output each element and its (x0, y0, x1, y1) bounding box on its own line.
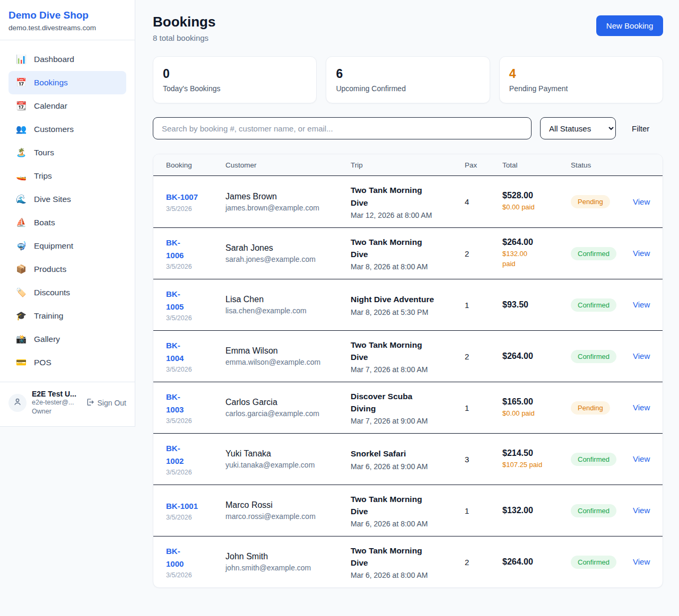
view-link[interactable]: View (633, 197, 650, 206)
sidebar-item-gallery[interactable]: 📸 Gallery (8, 328, 126, 351)
stat-card-pending-payment: 4 Pending Payment (499, 56, 663, 103)
trip-name: Two Tank Morning Dive (351, 184, 437, 209)
tag-icon: 🏷️ (16, 287, 27, 297)
view-link[interactable]: View (633, 454, 650, 463)
brand-name: Demo Dive Shop (8, 9, 126, 22)
sidebar-item-label: Equipment (34, 241, 73, 251)
sidebar-item-dashboard[interactable]: 📊 Dashboard (8, 48, 126, 71)
stat-value: 6 (336, 67, 480, 81)
sidebar-item-equipment[interactable]: 🤿 Equipment (8, 234, 126, 258)
customer-email: sarah.jones@example.com (225, 255, 351, 263)
sidebar-item-label: Products (34, 265, 66, 274)
status-cell: Pending (571, 401, 633, 415)
total-amount: $264.00 (502, 351, 571, 361)
booking-id-link[interactable]: BK- 1003 (166, 391, 184, 416)
sidebar-item-trips[interactable]: 🚤 Trips (8, 164, 126, 188)
trip-cell: Two Tank Morning Dive Mar 6, 2026 at 8:0… (351, 493, 465, 529)
sidebar-item-bookings[interactable]: 📅 Bookings (8, 71, 126, 94)
view-link[interactable]: View (633, 506, 650, 515)
column-header-customer: Customer (225, 161, 351, 169)
sidebar-item-dive-sites[interactable]: 🌊 Dive Sites (8, 188, 126, 211)
table-row: BK-1001 3/5/2026 Marco Rossi marco.rossi… (153, 485, 663, 536)
sidebar-item-tours[interactable]: 🏝️ Tours (8, 141, 126, 164)
sidebar-item-calendar[interactable]: 📆 Calendar (8, 94, 126, 118)
view-link[interactable]: View (633, 300, 650, 309)
trip-time: Mar 6, 2026 at 8:00 AM (351, 520, 465, 528)
sign-out-button[interactable]: Sign Out (85, 398, 126, 408)
sidebar-item-label: Gallery (34, 335, 60, 344)
trip-name: Two Tank Morning Dive (351, 236, 437, 261)
status-badge: Confirmed (571, 350, 616, 363)
search-input[interactable] (153, 117, 532, 139)
brand-domain: demo.test.divestreams.com (8, 24, 126, 32)
brand: Demo Dive Shop demo.test.divestreams.com (0, 0, 135, 40)
actions-cell: View (633, 249, 650, 258)
table-header: Booking Customer Trip Pax Total Status (153, 154, 663, 176)
view-link[interactable]: View (633, 249, 650, 258)
booking-cell: BK-1007 3/5/2026 (166, 191, 225, 212)
trip-name: Discover Scuba Diving (351, 390, 437, 415)
total-amount: $528.00 (502, 191, 571, 200)
stat-value: 0 (163, 67, 307, 81)
booking-id-link[interactable]: BK-1001 (166, 500, 198, 512)
new-booking-button[interactable]: New Booking (596, 15, 663, 36)
customer-email: carlos.garcia@example.com (225, 409, 351, 418)
sidebar-item-label: Bookings (34, 78, 68, 87)
trip-time: Mar 7, 2026 at 8:00 AM (351, 365, 465, 374)
status-select[interactable]: All Statuses (540, 117, 616, 139)
status-badge: Confirmed (571, 247, 616, 260)
sidebar-item-label: Boats (34, 218, 55, 227)
sidebar-item-training[interactable]: 🎓 Training (8, 304, 126, 328)
sidebar-item-products[interactable]: 📦 Products (8, 258, 126, 281)
booking-id-link[interactable]: BK-1007 (166, 191, 198, 203)
trip-name: Snorkel Safari (351, 447, 437, 460)
pax-cell: 1 (465, 506, 502, 515)
table-row: BK- 1000 3/5/2026 John Smith john.smith@… (153, 536, 663, 587)
page-subtitle: 8 total bookings (153, 33, 215, 42)
sidebar-item-boats[interactable]: ⛵ Boats (8, 211, 126, 234)
sailboat-icon: ⛵ (16, 217, 27, 227)
grad-cap-icon: 🎓 (16, 311, 27, 321)
total-cell: $528.00 $0.00 paid (502, 191, 571, 213)
user-section: E2E Test U... e2e-tester@... Owner Sign … (0, 382, 135, 426)
pax-cell: 2 (465, 558, 502, 567)
filter-button[interactable]: Filter (624, 120, 657, 137)
sidebar-item-customers[interactable]: 👥 Customers (8, 118, 126, 141)
booking-cell: BK- 1000 3/5/2026 (166, 545, 225, 579)
booking-cell: BK- 1004 3/5/2026 (166, 339, 225, 373)
booking-id-link[interactable]: BK- 1005 (166, 288, 184, 313)
sidebar-item-discounts[interactable]: 🏷️ Discounts (8, 281, 126, 304)
trip-time: Mar 6, 2026 at 8:00 AM (351, 571, 465, 579)
trip-cell: Snorkel Safari Mar 6, 2026 at 9:00 AM (351, 447, 465, 470)
actions-cell: View (633, 197, 650, 207)
status-badge: Confirmed (571, 298, 616, 312)
booking-date: 3/5/2026 (166, 263, 225, 270)
booking-id-link[interactable]: BK- 1000 (166, 545, 184, 570)
view-link[interactable]: View (633, 403, 650, 412)
view-link[interactable]: View (633, 557, 650, 566)
customer-cell: John Smith john.smith@example.com (225, 552, 351, 572)
status-cell: Confirmed (571, 298, 633, 312)
sidebar-item-label: Trips (34, 171, 52, 181)
pax-cell: 2 (465, 249, 502, 258)
user-role: Owner (32, 407, 80, 417)
stat-label: Pending Payment (509, 84, 653, 93)
trip-time: Mar 7, 2026 at 9:00 AM (351, 417, 465, 425)
booking-cell: BK- 1006 3/5/2026 (166, 236, 225, 270)
filter-row: All Statuses Filter (153, 117, 663, 139)
customer-name: Sarah Jones (225, 243, 351, 253)
package-icon: 📦 (16, 264, 27, 274)
booking-id-link[interactable]: BK- 1004 (166, 339, 184, 364)
view-link[interactable]: View (633, 351, 650, 360)
booking-id-link[interactable]: BK- 1006 (166, 236, 184, 261)
speedboat-icon: 🚤 (16, 171, 27, 181)
sidebar-item-label: Dashboard (34, 55, 74, 64)
sidebar-item-pos[interactable]: 💳 POS (8, 351, 126, 374)
stat-card-upcoming-confirmed: 6 Upcoming Confirmed (326, 56, 490, 103)
status-badge: Confirmed (571, 453, 616, 466)
customer-name: Emma Wilson (225, 346, 351, 356)
total-paid: $0.00 paid (502, 409, 550, 419)
status-cell: Pending (571, 195, 633, 208)
table-row: BK- 1003 3/5/2026 Carlos Garcia carlos.g… (153, 382, 663, 433)
booking-id-link[interactable]: BK- 1002 (166, 442, 184, 467)
